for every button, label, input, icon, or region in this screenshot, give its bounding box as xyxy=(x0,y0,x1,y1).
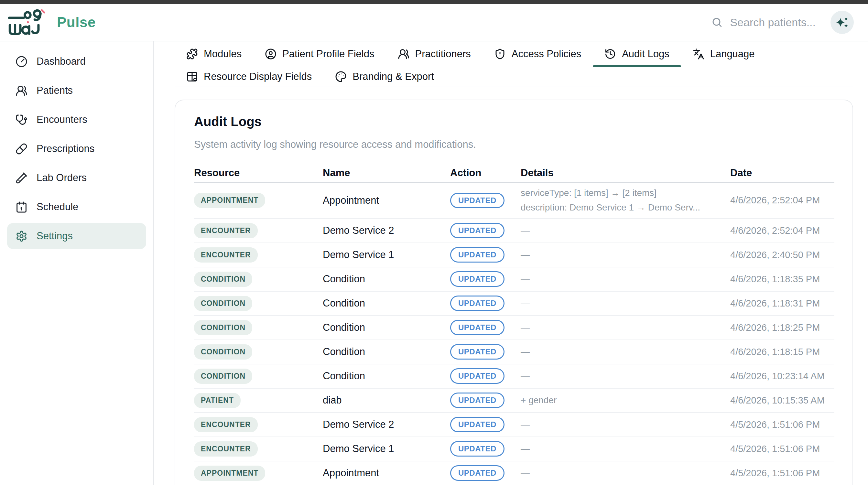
sidebar-item-label: Prescriptions xyxy=(36,143,94,155)
action-badge: UPDATED xyxy=(450,441,504,457)
details-cell: — xyxy=(521,248,730,262)
column-header-resource: Resource xyxy=(194,167,323,179)
resource-type-badge: CONDITION xyxy=(194,271,252,287)
tab-practitioners[interactable]: Practitioners xyxy=(386,41,483,67)
table-row: ENCOUNTERDemo Service 1UPDATED—4/6/2026,… xyxy=(194,243,834,267)
tab-branding-export[interactable]: Branding & Export xyxy=(323,67,446,87)
tab-audit-logs[interactable]: Audit Logs xyxy=(593,41,681,67)
calendar-icon xyxy=(16,201,28,213)
table-row: CONDITIONConditionUPDATED—4/6/2026, 1:18… xyxy=(194,267,834,292)
audit-logs-panel: Audit Logs System activity log showing r… xyxy=(175,100,853,485)
details-line: — xyxy=(521,369,720,384)
resource-name: Demo Service 2 xyxy=(323,419,450,430)
gauge-icon xyxy=(16,56,28,68)
global-search[interactable]: Search patients... xyxy=(711,16,816,29)
date-cell: 4/5/2026, 1:51:06 PM xyxy=(730,419,834,430)
resource-name: Condition xyxy=(323,297,450,309)
table-row: PATIENTdiabUPDATED+ gender4/6/2026, 10:1… xyxy=(194,389,834,413)
details-cell: — xyxy=(521,442,730,456)
resource-type-badge: ENCOUNTER xyxy=(194,417,258,432)
action-badge: UPDATED xyxy=(450,271,504,287)
tab-label: Audit Logs xyxy=(622,48,670,60)
panel-title: Audit Logs xyxy=(194,115,834,129)
resource-name: Demo Service 1 xyxy=(323,249,450,261)
details-cell: — xyxy=(521,466,730,481)
palette-icon xyxy=(335,71,347,83)
details-line: — xyxy=(521,417,720,432)
table-row: CONDITIONConditionUPDATED—4/6/2026, 1:18… xyxy=(194,316,834,340)
sidebar-item-dashboard[interactable]: Dashboard xyxy=(7,48,146,74)
details-line: — xyxy=(521,345,720,359)
action-badge: UPDATED xyxy=(450,392,504,408)
resource-type-badge: CONDITION xyxy=(194,368,252,384)
table-row: CONDITIONConditionUPDATED—4/6/2026, 10:2… xyxy=(194,364,834,389)
sidebar-item-patients[interactable]: Patients xyxy=(7,77,146,103)
languages-icon xyxy=(693,48,704,60)
sidebar-item-encounters[interactable]: Encounters xyxy=(7,107,146,133)
resource-name: diab xyxy=(323,394,450,406)
date-cell: 4/6/2026, 1:18:25 PM xyxy=(730,322,834,333)
tab-label: Access Policies xyxy=(512,48,581,60)
puzzle-icon xyxy=(186,48,198,60)
action-badge: UPDATED xyxy=(450,295,504,311)
resource-name: Demo Service 1 xyxy=(323,443,450,455)
tab-label: Modules xyxy=(204,48,242,60)
date-cell: 4/6/2026, 1:18:15 PM xyxy=(730,347,834,357)
details-cell: — xyxy=(521,345,730,359)
date-cell: 4/6/2026, 2:40:50 PM xyxy=(730,250,834,260)
users-icon xyxy=(398,48,409,60)
test-tube-icon xyxy=(16,172,28,184)
sparkles-icon xyxy=(835,15,849,29)
date-cell: 4/6/2026, 10:15:35 AM xyxy=(730,395,834,406)
waj-logo-icon xyxy=(8,9,51,36)
sidebar-item-schedule[interactable]: Schedule xyxy=(7,194,146,220)
details-line: serviceType: [1 items] → [2 items] xyxy=(521,186,720,200)
column-header-details: Details xyxy=(521,167,730,179)
sidebar-item-label: Encounters xyxy=(36,114,87,125)
table-row: ENCOUNTERDemo Service 2UPDATED—4/6/2026,… xyxy=(194,219,834,243)
tab-patient-profile-fields[interactable]: Patient Profile Fields xyxy=(253,41,386,67)
history-icon xyxy=(604,48,616,60)
users-icon xyxy=(16,85,28,97)
ai-assistant-button[interactable] xyxy=(831,11,854,34)
main-content: ModulesPatient Profile FieldsPractitione… xyxy=(154,41,868,485)
details-line: — xyxy=(521,248,720,262)
sidebar-nav: DashboardPatientsEncountersPrescriptions… xyxy=(0,41,154,485)
column-header-action: Action xyxy=(450,167,521,179)
stethoscope-icon xyxy=(16,114,28,126)
settings-tabs: ModulesPatient Profile FieldsPractitione… xyxy=(175,41,853,87)
details-cell: — xyxy=(521,272,730,287)
details-cell: + gender xyxy=(521,393,730,408)
sidebar-item-label: Settings xyxy=(36,230,73,242)
sidebar-item-settings[interactable]: Settings xyxy=(7,223,146,249)
resource-name: Condition xyxy=(323,370,450,382)
tab-access-policies[interactable]: Access Policies xyxy=(483,41,593,67)
action-badge: UPDATED xyxy=(450,368,504,384)
resource-name: Appointment xyxy=(323,467,450,479)
date-cell: 4/6/2026, 1:18:31 PM xyxy=(730,298,834,309)
tab-row: Resource Display FieldsBranding & Export xyxy=(175,67,853,87)
tab-language[interactable]: Language xyxy=(681,41,767,67)
date-cell: 4/5/2026, 1:51:06 PM xyxy=(730,468,834,479)
resource-type-badge: CONDITION xyxy=(194,320,252,335)
sidebar-item-prescriptions[interactable]: Prescriptions xyxy=(7,136,146,162)
details-cell: — xyxy=(521,223,730,238)
date-cell: 4/6/2026, 10:23:14 AM xyxy=(730,371,834,382)
column-header-date: Date xyxy=(730,167,834,179)
brand[interactable]: Pulse xyxy=(8,9,96,36)
action-badge: UPDATED xyxy=(450,417,504,432)
table-row: CONDITIONConditionUPDATED—4/6/2026, 1:18… xyxy=(194,340,834,364)
tab-modules[interactable]: Modules xyxy=(175,41,253,67)
details-line: — xyxy=(521,320,720,335)
search-placeholder: Search patients... xyxy=(730,16,816,29)
resource-type-badge: CONDITION xyxy=(194,344,252,360)
action-badge: UPDATED xyxy=(450,223,504,238)
tab-resource-display-fields[interactable]: Resource Display Fields xyxy=(175,67,323,87)
sidebar-item-lab-orders[interactable]: Lab Orders xyxy=(7,165,146,191)
resource-type-badge: ENCOUNTER xyxy=(194,441,258,457)
table-row: ENCOUNTERDemo Service 1UPDATED—4/5/2026,… xyxy=(194,437,834,461)
details-line: — xyxy=(521,223,720,238)
tab-label: Resource Display Fields xyxy=(204,71,312,83)
table-header-row: ResourceNameActionDetailsDate xyxy=(194,164,834,183)
window-chrome-strip xyxy=(0,0,868,4)
